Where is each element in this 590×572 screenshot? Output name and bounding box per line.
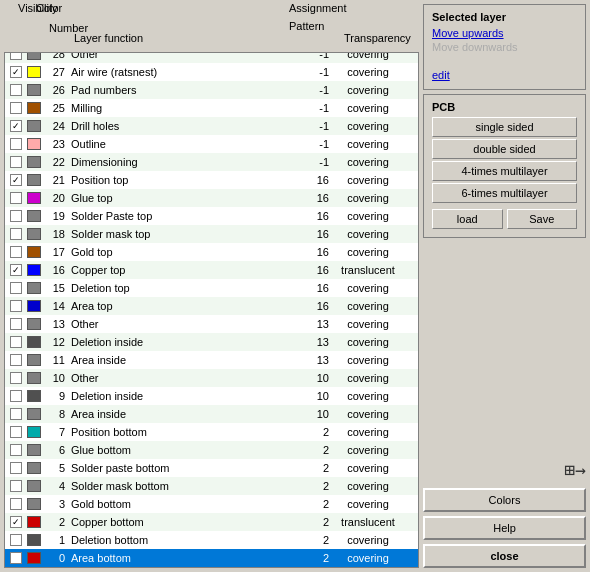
visibility-checkbox[interactable] [10, 426, 22, 438]
move-upwards-link[interactable]: Move upwards [432, 27, 577, 39]
color-cell[interactable] [25, 372, 45, 384]
table-row[interactable]: 2Copper bottom2translucent [5, 513, 418, 531]
table-row[interactable]: 12Deletion inside13covering [5, 333, 418, 351]
color-cell[interactable] [25, 138, 45, 150]
table-row[interactable]: 26Pad numbers-1covering [5, 81, 418, 99]
color-cell[interactable] [25, 156, 45, 168]
color-cell[interactable] [25, 516, 45, 528]
color-cell[interactable] [25, 462, 45, 474]
visibility-checkbox[interactable] [10, 534, 22, 546]
load-button[interactable]: load [432, 209, 503, 229]
visibility-checkbox[interactable] [10, 354, 22, 366]
color-cell[interactable] [25, 53, 45, 60]
visibility-checkbox[interactable] [10, 192, 22, 204]
visibility-checkbox[interactable] [10, 120, 22, 132]
color-cell[interactable] [25, 534, 45, 546]
table-row[interactable]: 22Dimensioning-1covering [5, 153, 418, 171]
visibility-checkbox[interactable] [10, 318, 22, 330]
color-cell[interactable] [25, 174, 45, 186]
visibility-checkbox[interactable] [10, 210, 22, 222]
color-cell[interactable] [25, 408, 45, 420]
table-scroll[interactable]: 28Other-1covering27Air wire (ratsnest)-1… [5, 53, 418, 567]
visibility-checkbox[interactable] [10, 282, 22, 294]
visibility-checkbox[interactable] [10, 264, 22, 276]
table-row[interactable]: 5Solder paste bottom2covering [5, 459, 418, 477]
table-row[interactable]: 23Outline-1covering [5, 135, 418, 153]
color-cell[interactable] [25, 120, 45, 132]
table-row[interactable]: 17Gold top16covering [5, 243, 418, 261]
save-button[interactable]: Save [507, 209, 578, 229]
color-cell[interactable] [25, 300, 45, 312]
visibility-checkbox[interactable] [10, 53, 22, 60]
table-row[interactable]: 24Drill holes-1covering [5, 117, 418, 135]
table-row[interactable]: 7Position bottom2covering [5, 423, 418, 441]
visibility-checkbox[interactable] [10, 516, 22, 528]
close-button[interactable]: close [423, 544, 586, 568]
table-row[interactable]: 8Area inside10covering [5, 405, 418, 423]
color-cell[interactable] [25, 318, 45, 330]
colors-button[interactable]: Colors [423, 488, 586, 512]
visibility-checkbox[interactable] [10, 156, 22, 168]
table-row[interactable]: 11Area inside13covering [5, 351, 418, 369]
table-row[interactable]: 4Solder mask bottom2covering [5, 477, 418, 495]
visibility-checkbox[interactable] [10, 552, 22, 564]
visibility-checkbox[interactable] [10, 228, 22, 240]
table-row[interactable]: 16Copper top16translucent [5, 261, 418, 279]
table-row[interactable]: 20Glue top16covering [5, 189, 418, 207]
four-times-button[interactable]: 4-times multilayer [432, 161, 577, 181]
visibility-checkbox[interactable] [10, 300, 22, 312]
color-cell[interactable] [25, 552, 45, 564]
color-cell[interactable] [25, 228, 45, 240]
double-sided-button[interactable]: double sided [432, 139, 577, 159]
table-row[interactable]: 18Solder mask top16covering [5, 225, 418, 243]
table-row[interactable]: 14Area top16covering [5, 297, 418, 315]
visibility-checkbox[interactable] [10, 462, 22, 474]
color-cell[interactable] [25, 480, 45, 492]
visibility-checkbox[interactable] [10, 84, 22, 96]
visibility-checkbox[interactable] [10, 480, 22, 492]
visibility-checkbox[interactable] [10, 444, 22, 456]
visibility-checkbox[interactable] [10, 498, 22, 510]
table-row[interactable]: 25Milling-1covering [5, 99, 418, 117]
table-row[interactable]: 6Glue bottom2covering [5, 441, 418, 459]
table-row[interactable]: 19Solder Paste top16covering [5, 207, 418, 225]
color-cell[interactable] [25, 102, 45, 114]
table-row[interactable]: 21Position top16covering [5, 171, 418, 189]
color-cell[interactable] [25, 498, 45, 510]
move-downwards-link[interactable]: Move downwards [432, 41, 577, 53]
help-button[interactable]: Help [423, 516, 586, 540]
visibility-checkbox[interactable] [10, 390, 22, 402]
color-cell[interactable] [25, 84, 45, 96]
table-row[interactable]: 28Other-1covering [5, 53, 418, 63]
table-row[interactable]: 15Deletion top16covering [5, 279, 418, 297]
table-row[interactable]: 10Other10covering [5, 369, 418, 387]
table-row[interactable]: 27Air wire (ratsnest)-1covering [5, 63, 418, 81]
single-sided-button[interactable]: single sided [432, 117, 577, 137]
color-cell[interactable] [25, 282, 45, 294]
visibility-checkbox[interactable] [10, 246, 22, 258]
color-cell[interactable] [25, 264, 45, 276]
visibility-checkbox[interactable] [10, 336, 22, 348]
color-cell[interactable] [25, 192, 45, 204]
table-row[interactable]: 3Gold bottom2covering [5, 495, 418, 513]
color-cell[interactable] [25, 354, 45, 366]
table-row[interactable]: 0Area bottom2covering [5, 549, 418, 567]
color-cell[interactable] [25, 426, 45, 438]
visibility-checkbox[interactable] [10, 138, 22, 150]
visibility-checkbox[interactable] [10, 66, 22, 78]
edit-link[interactable]: edit [432, 69, 577, 81]
color-cell[interactable] [25, 210, 45, 222]
table-row[interactable]: 13Other13covering [5, 315, 418, 333]
visibility-checkbox[interactable] [10, 174, 22, 186]
color-cell[interactable] [25, 444, 45, 456]
six-times-button[interactable]: 6-times multilayer [432, 183, 577, 203]
color-cell[interactable] [25, 246, 45, 258]
color-cell[interactable] [25, 66, 45, 78]
visibility-checkbox[interactable] [10, 408, 22, 420]
visibility-checkbox[interactable] [10, 372, 22, 384]
table-row[interactable]: 9Deletion inside10covering [5, 387, 418, 405]
color-cell[interactable] [25, 336, 45, 348]
table-row[interactable]: 1Deletion bottom2covering [5, 531, 418, 549]
color-cell[interactable] [25, 390, 45, 402]
visibility-checkbox[interactable] [10, 102, 22, 114]
